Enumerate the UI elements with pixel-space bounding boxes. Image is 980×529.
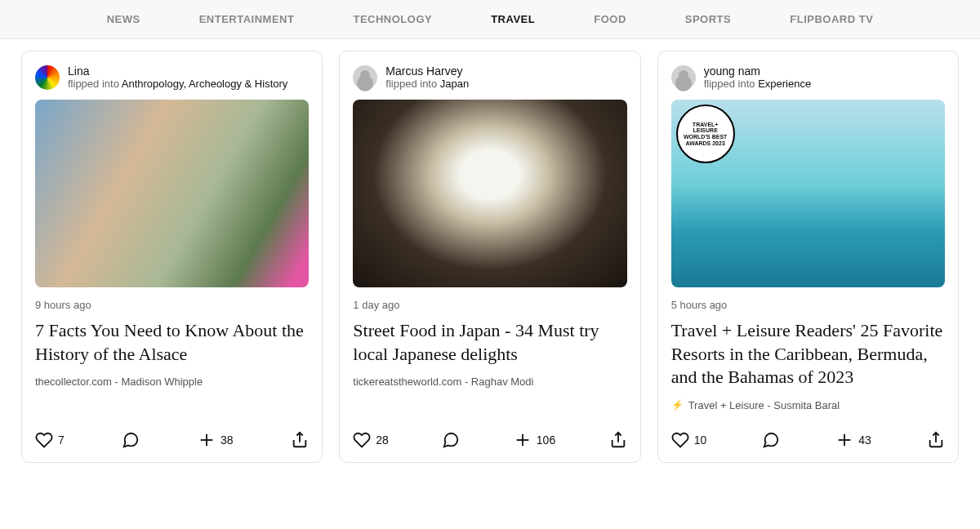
cover-image[interactable] xyxy=(353,100,626,287)
timestamp: 1 day ago xyxy=(353,299,626,311)
like-button[interactable]: 7 xyxy=(35,431,65,449)
flip-count: 106 xyxy=(537,433,555,447)
avatar[interactable] xyxy=(671,65,696,90)
like-count: 7 xyxy=(58,433,65,447)
like-button[interactable]: 28 xyxy=(353,431,389,449)
share-button[interactable] xyxy=(927,431,945,449)
share-button[interactable] xyxy=(291,431,309,449)
cover-image[interactable]: TRAVEL+ LEISURE WORLD'S BEST AWARDS 2023 xyxy=(671,100,945,287)
magazine-link[interactable]: Anthropology, Archeology & History xyxy=(122,78,288,90)
card-actions: 10 43 xyxy=(671,426,945,449)
nav-tab-flipboard-tv[interactable]: FLIPBOARD TV xyxy=(760,13,902,25)
avatar[interactable] xyxy=(35,65,60,90)
card-header-text: young nam flipped into Experience xyxy=(704,64,812,90)
article-source[interactable]: tickereatstheworld.com - Raghav Modi xyxy=(353,376,626,388)
timestamp: 5 hours ago xyxy=(671,299,945,311)
comment-icon xyxy=(442,431,460,449)
comment-button[interactable] xyxy=(762,431,780,449)
card-header[interactable]: Lina flipped into Anthropology, Archeolo… xyxy=(35,64,309,90)
magazine-link[interactable]: Japan xyxy=(440,78,469,90)
flip-count: 43 xyxy=(858,433,871,447)
heart-icon xyxy=(35,431,53,449)
flipped-prefix: flipped into xyxy=(68,78,122,90)
nav-tab-news[interactable]: NEWS xyxy=(78,13,170,25)
card-header-text: Lina flipped into Anthropology, Archeolo… xyxy=(68,64,287,90)
share-icon xyxy=(609,431,627,449)
article-title[interactable]: Travel + Leisure Readers' 25 Favorite Re… xyxy=(671,319,945,389)
timestamp: 9 hours ago xyxy=(35,299,309,311)
username[interactable]: young nam xyxy=(704,64,812,78)
nav-tab-sports[interactable]: SPORTS xyxy=(656,13,760,25)
article-title[interactable]: 7 Facts You Need to Know About the Histo… xyxy=(35,319,309,366)
article-card: young nam flipped into Experience TRAVEL… xyxy=(657,51,959,463)
comment-button[interactable] xyxy=(122,431,140,449)
plus-icon xyxy=(514,431,532,449)
flip-button[interactable]: 38 xyxy=(198,431,234,449)
flip-button[interactable]: 106 xyxy=(514,431,555,449)
comment-icon xyxy=(762,431,780,449)
cover-image[interactable] xyxy=(35,100,309,287)
plus-icon xyxy=(198,431,216,449)
plus-icon xyxy=(835,431,853,449)
card-header[interactable]: Marcus Harvey flipped into Japan xyxy=(353,64,626,90)
heart-icon xyxy=(671,431,689,449)
article-source[interactable]: ⚡Travel + Leisure - Susmita Baral xyxy=(671,399,945,411)
comment-button[interactable] xyxy=(442,431,460,449)
nav-tab-entertainment[interactable]: ENTERTAINMENT xyxy=(170,13,324,25)
nav-tab-travel[interactable]: TRAVEL xyxy=(461,13,564,25)
flipped-into: flipped into Anthropology, Archeology & … xyxy=(68,78,287,90)
award-badge: TRAVEL+ LEISURE WORLD'S BEST AWARDS 2023 xyxy=(676,104,735,163)
card-actions: 28 106 xyxy=(353,426,626,449)
article-title[interactable]: Street Food in Japan - 34 Must try local… xyxy=(353,319,626,366)
like-count: 28 xyxy=(376,433,389,447)
share-button[interactable] xyxy=(609,431,627,449)
article-source[interactable]: thecollector.com - Madison Whipple xyxy=(35,376,309,388)
like-count: 10 xyxy=(694,433,707,447)
flip-button[interactable]: 43 xyxy=(835,431,871,449)
username[interactable]: Marcus Harvey xyxy=(385,64,469,78)
flipped-prefix: flipped into xyxy=(704,78,759,90)
flipped-prefix: flipped into xyxy=(385,78,440,90)
card-actions: 7 38 xyxy=(35,426,309,449)
heart-icon xyxy=(353,431,371,449)
share-icon xyxy=(291,431,309,449)
nav-tab-technology[interactable]: TECHNOLOGY xyxy=(323,13,461,25)
username[interactable]: Lina xyxy=(68,64,287,78)
share-icon xyxy=(927,431,945,449)
source-text: Travel + Leisure - Susmita Baral xyxy=(688,399,840,411)
top-nav: NEWS ENTERTAINMENT TECHNOLOGY TRAVEL FOO… xyxy=(0,0,980,39)
card-header[interactable]: young nam flipped into Experience xyxy=(671,64,945,90)
bolt-icon: ⚡ xyxy=(671,399,684,411)
article-card: Marcus Harvey flipped into Japan 1 day a… xyxy=(339,51,640,463)
comment-icon xyxy=(122,431,140,449)
article-card: Lina flipped into Anthropology, Archeolo… xyxy=(21,51,323,463)
avatar[interactable] xyxy=(353,65,377,90)
card-header-text: Marcus Harvey flipped into Japan xyxy=(385,64,469,90)
like-button[interactable]: 10 xyxy=(671,431,707,449)
flipped-into: flipped into Japan xyxy=(385,78,469,90)
cards-row: Lina flipped into Anthropology, Archeolo… xyxy=(0,39,980,474)
flipped-into: flipped into Experience xyxy=(704,78,812,90)
magazine-link[interactable]: Experience xyxy=(758,78,811,90)
flip-count: 38 xyxy=(220,433,234,447)
nav-tab-food[interactable]: FOOD xyxy=(564,13,656,25)
